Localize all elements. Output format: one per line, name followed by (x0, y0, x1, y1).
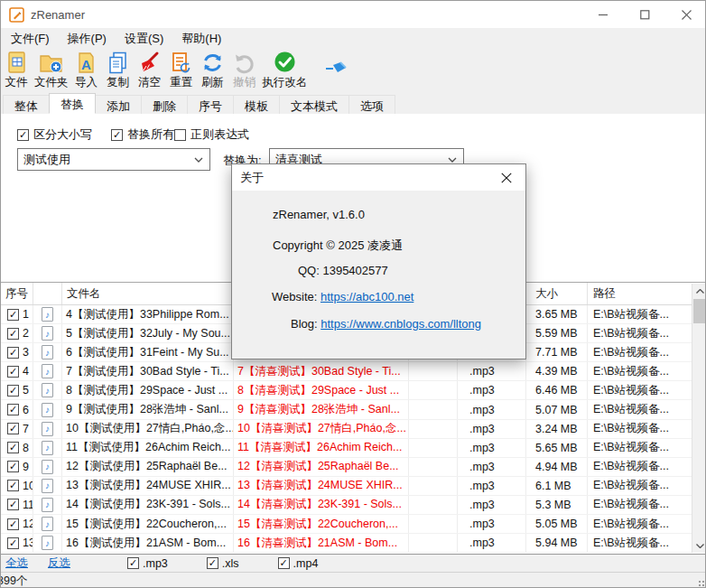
row-checkbox[interactable] (7, 347, 19, 359)
table-row[interactable]: 7 ♪ 10【测试使用】27情白,Pháo,念... 10【清喜测试】27情白,… (1, 420, 706, 439)
menu-item[interactable]: 帮助(H) (172, 28, 230, 50)
option-checkbox-group[interactable]: 替换所有 (111, 126, 174, 143)
checkbox[interactable] (127, 557, 139, 569)
tab[interactable]: 序号 (187, 95, 234, 114)
option-checkbox-group[interactable]: 区分大小写 (17, 126, 111, 143)
blank-cell (409, 534, 458, 552)
header-path[interactable]: 路径 (588, 283, 692, 304)
tab[interactable]: 添加 (95, 95, 142, 114)
table-row[interactable]: 4 ♪ 7【测试使用】30Bad Style - Ti... 7【清喜测试】30… (1, 362, 706, 381)
new-filename: 15【清喜测试】22Coucheron,... (234, 515, 409, 533)
menu-item[interactable]: 设置(S) (116, 28, 172, 50)
row-checkbox[interactable] (7, 328, 19, 340)
refresh-button[interactable]: 刷新 (200, 51, 227, 90)
blog-link[interactable]: https://www.cnblogs.com/lltong (320, 317, 481, 331)
extension-filter[interactable]: .mp4 (278, 557, 319, 570)
scroll-up-button[interactable] (692, 284, 706, 298)
row-checkbox[interactable] (7, 518, 19, 530)
tab[interactable]: 整体 (3, 95, 50, 114)
row-number: 4 (23, 365, 29, 378)
new-filename: 9【清喜测试】28张浩坤 - Sanl... (234, 400, 409, 418)
scroll-down-button[interactable] (692, 538, 706, 553)
checkbox[interactable] (111, 129, 123, 141)
new-filename: 10【清喜测试】27情白,Pháo,念... (234, 420, 409, 438)
checkbox[interactable] (207, 557, 218, 569)
execute-rename-button[interactable]: 执行改名 (263, 51, 308, 90)
option-checkbox-group[interactable]: 正则表达式 (174, 126, 249, 143)
row-checkbox[interactable] (7, 461, 19, 472)
row-checkbox[interactable] (7, 404, 19, 415)
checkbox[interactable] (174, 129, 186, 141)
close-button[interactable] (665, 1, 706, 28)
title-bar: zRenamer (1, 1, 706, 28)
reset-icon (169, 51, 193, 75)
import-icon: A (74, 51, 98, 75)
tab[interactable]: 选项 (348, 95, 395, 114)
checkbox-label: .xls (222, 557, 239, 570)
invert-selection-link[interactable]: 反选 (48, 555, 70, 571)
add-folder-button[interactable]: 文件夹 (34, 51, 69, 90)
row-checkbox[interactable] (7, 480, 19, 491)
pin-button[interactable] (325, 60, 348, 79)
row-checkbox[interactable] (7, 499, 19, 510)
row-checkbox[interactable] (7, 309, 19, 321)
select-all-link[interactable]: 全选 (5, 555, 28, 571)
old-filename: 13【测试使用】24MUSE XHIR... (62, 477, 234, 495)
table-row[interactable]: 8 ♪ 11【测试使用】26Achim Reich... 11【清喜测试】26A… (1, 439, 706, 458)
chevron-down-icon (194, 157, 203, 163)
resize-grip[interactable] (698, 580, 705, 587)
header-filename[interactable]: 文件名 (62, 283, 234, 304)
new-filename: 13【清喜测试】24MUSE XHIR... (234, 477, 409, 495)
row-checkbox[interactable] (7, 537, 19, 549)
minimize-button[interactable] (582, 1, 624, 28)
reset-button[interactable]: 重置 (168, 51, 195, 90)
menu-bar: 文件(F)操作(P)设置(S)帮助(H) (1, 28, 706, 49)
menu-item[interactable]: 文件(F) (2, 28, 59, 50)
clear-button[interactable]: 清空 (136, 51, 163, 90)
table-row[interactable]: 11 ♪ 14【测试使用】23K-391 - Sols... 14【清喜测试】2… (1, 496, 706, 515)
row-checkbox[interactable] (7, 442, 19, 453)
copy-button[interactable]: 复制 (105, 51, 132, 90)
tab[interactable]: 模板 (233, 95, 280, 114)
header-size[interactable]: 大小 (526, 283, 588, 304)
table-row[interactable]: 5 ♪ 8【测试使用】29Space - Just ... 8【清喜测试】29S… (1, 381, 706, 400)
row-number: 2 (23, 327, 29, 340)
row-checkbox[interactable] (7, 366, 19, 378)
path-cell: E:\B站视频备... (588, 534, 692, 552)
maximize-button[interactable] (624, 1, 665, 28)
scrollbar-thumb[interactable] (693, 299, 706, 323)
extension-filter[interactable]: .xls (207, 557, 239, 570)
header-index[interactable]: 序号 (1, 283, 33, 304)
checkbox[interactable] (17, 129, 29, 141)
tab[interactable]: 删除 (141, 95, 188, 114)
extension-cell: .mp3 (458, 400, 526, 418)
table-row[interactable]: 9 ♪ 12【测试使用】25Raphaël Be... 12【清喜测试】25Ra… (1, 458, 706, 477)
extension-filter[interactable]: .mp3 (127, 557, 168, 570)
row-checkbox[interactable] (7, 423, 19, 434)
menu-item[interactable]: 操作(P) (59, 28, 116, 50)
tab[interactable]: 替换 (49, 93, 96, 114)
table-row[interactable]: 10 ♪ 13【测试使用】24MUSE XHIR... 13【清喜测试】24MU… (1, 477, 706, 496)
row-number: 5 (23, 384, 29, 397)
website-link[interactable]: https://abc100.net (320, 290, 413, 303)
old-filename: 14【测试使用】23K-391 - Sols... (62, 496, 234, 514)
music-file-icon: ♪ (42, 364, 53, 378)
music-file-icon: ♪ (42, 326, 53, 341)
toolbar-label: 复制 (107, 75, 129, 90)
table-row[interactable]: 6 ♪ 9【测试使用】28张浩坤 - Sanl... 9【清喜测试】28张浩坤 … (1, 400, 706, 419)
old-filename: 5【测试使用】32July - My Sou... (62, 324, 234, 342)
table-row[interactable]: 13 ♪ 16【测试使用】21ASM - Bom... 16【清喜测试】21AS… (1, 534, 706, 553)
undo-button[interactable]: 撤销 (231, 51, 258, 90)
import-button[interactable]: A 导入 (73, 51, 100, 90)
search-text-combobox[interactable]: 测试使用 (17, 148, 210, 171)
tab[interactable]: 文本模式 (279, 95, 349, 114)
dialog-close-button[interactable] (488, 164, 525, 191)
path-cell: E:\B站视频备... (588, 420, 692, 438)
vertical-scrollbar[interactable] (692, 284, 706, 553)
header-icon[interactable] (33, 283, 62, 304)
row-checkbox[interactable] (7, 385, 19, 397)
about-dialog: 关于 zRenamer, v1.6.0 Copyright © 2025 凌凌通… (231, 163, 526, 359)
add-files-button[interactable]: 文件 (3, 51, 30, 90)
table-row[interactable]: 12 ♪ 15【测试使用】22Coucheron,... 15【清喜测试】22C… (1, 515, 706, 534)
checkbox[interactable] (278, 557, 290, 569)
